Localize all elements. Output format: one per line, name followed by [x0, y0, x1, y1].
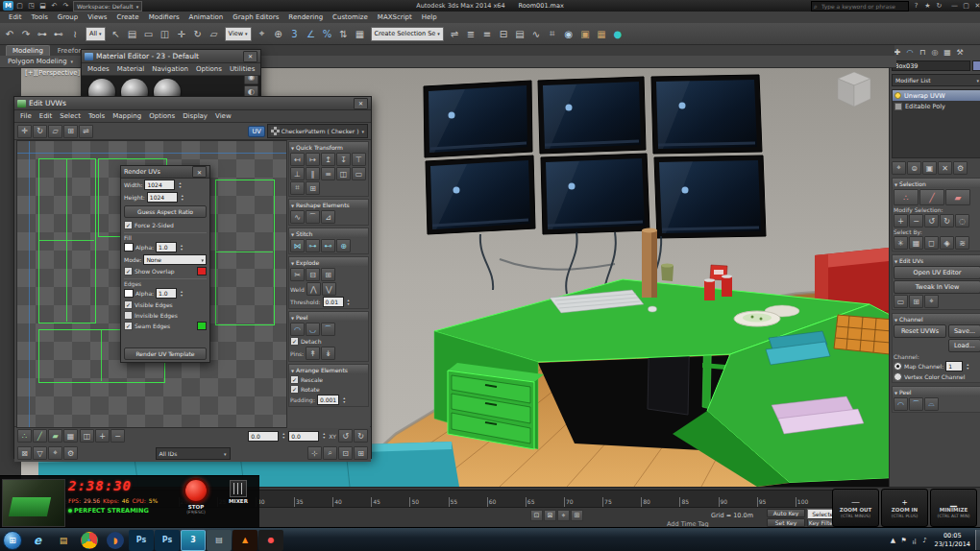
percent-snap-icon[interactable]: % [320, 26, 335, 41]
force-2-sided-checkbox[interactable] [124, 221, 133, 229]
uv-menu-7[interactable]: View [211, 112, 235, 120]
orange-crate[interactable] [834, 315, 889, 354]
unlink-selection-icon[interactable]: ⊷ [51, 26, 66, 41]
select-and-link-icon[interactable]: ⊶ [35, 26, 50, 41]
ring-selection-icon[interactable]: ↺ [924, 214, 939, 228]
align-to-edge-icon[interactable]: ◫ [336, 167, 351, 180]
media-player-icon[interactable]: ● [258, 530, 283, 551]
weld-threshold-spinner[interactable] [346, 299, 352, 306]
guess-aspect-ratio-button[interactable]: Guess Aspect Ratio [124, 205, 207, 218]
modify-tab-icon[interactable]: ◠ [904, 46, 916, 58]
peel-mode-icon[interactable]: ◡ [306, 323, 320, 336]
curve-editor-icon[interactable]: ∿ [528, 26, 544, 41]
select-and-scale-icon[interactable]: ▱ [207, 26, 222, 41]
v-coordinate-field[interactable]: 0.0 [288, 431, 319, 442]
rotate-90-ccw-icon[interactable]: ↺ [338, 429, 353, 443]
seam-edges-checkbox[interactable] [124, 322, 133, 330]
material-menu-1[interactable]: Material [113, 65, 148, 73]
minimize-window-icon[interactable]: — [949, 1, 960, 11]
pin-stack-icon[interactable]: ⌖ [892, 161, 906, 175]
quick-peel-icon[interactable]: ◠ [290, 323, 305, 336]
menu-item-11[interactable]: Help [417, 13, 442, 21]
select-object-icon[interactable]: ↖ [109, 26, 124, 41]
menu-item-10[interactable]: MAXScript [373, 13, 417, 21]
menu-item-6[interactable]: Animation [184, 13, 229, 21]
redo-icon[interactable]: ↷ [61, 1, 71, 11]
menu-item-3[interactable]: Views [83, 13, 111, 21]
rollout-explode-header[interactable]: Explode [289, 257, 368, 267]
mirror-icon[interactable]: ⇌ [79, 125, 93, 138]
rollout-quick-transform-header[interactable]: Quick Transform [289, 142, 368, 152]
edge-alpha-field[interactable]: 1.0 [156, 288, 177, 299]
scale-icon[interactable]: ▱ [48, 125, 62, 138]
window-crossing-icon[interactable]: ◫ [158, 26, 173, 41]
uv-coordinates-chip[interactable]: UV [248, 126, 264, 137]
select-and-rotate-icon[interactable]: ↻ [190, 26, 206, 41]
menu-item-2[interactable]: Group [53, 13, 83, 21]
uv-menu-6[interactable]: Display [179, 112, 211, 120]
render-uvs-titlebar[interactable]: Render UVs [121, 166, 209, 179]
lock-selection-icon[interactable]: ⊠ [17, 446, 32, 460]
selection-lock-icon[interactable]: ⊠ [544, 510, 556, 521]
quick-planar-map-icon[interactable]: ▭ [894, 295, 908, 308]
planar-angle-icon[interactable]: ▦ [909, 236, 923, 250]
grow-selection-icon[interactable]: + [894, 214, 908, 228]
wall-monitor[interactable] [651, 75, 762, 154]
uv-island[interactable] [215, 180, 275, 325]
network-icon[interactable]: ⣴ [910, 535, 919, 546]
rollout-channel-header[interactable]: Channel [893, 314, 980, 323]
vertex-subobject-icon[interactable]: ∴ [17, 429, 32, 443]
mirror-icon[interactable]: ⇌ [447, 26, 462, 41]
rotate-checkbox[interactable] [290, 385, 299, 394]
action-center-icon[interactable]: ⚑ [899, 535, 909, 546]
show-end-result-icon[interactable]: ⊜ [907, 161, 921, 175]
element-toggle-icon[interactable]: ▦ [63, 429, 78, 443]
show-desktop-button[interactable] [975, 530, 980, 550]
u-coordinate-field[interactable]: 0.0 [248, 431, 279, 442]
angle-snap-icon[interactable]: ∠ [304, 26, 319, 41]
zoom-extents-icon[interactable]: ⊞ [354, 446, 368, 460]
shrink-selection-icon[interactable]: − [909, 214, 923, 228]
remove-modifier-icon[interactable]: ✕ [938, 161, 952, 175]
make-planar-icon[interactable]: ⊿ [321, 210, 335, 224]
menu-item-0[interactable]: Edit [4, 13, 27, 21]
photoshop-icon[interactable]: Ps [155, 530, 180, 551]
schematic-view-icon[interactable]: ⌗ [545, 26, 560, 41]
select-and-move-icon[interactable]: ✛ [174, 26, 189, 41]
mixer-button[interactable]: MIXER [221, 480, 256, 504]
wall-monitor[interactable] [654, 156, 766, 238]
edit-uvws-titlebar[interactable]: Edit UVWs [14, 97, 371, 110]
edge-subobject-icon[interactable]: ╱ [33, 429, 47, 443]
stitch-to-target-icon[interactable]: ⊷ [321, 239, 335, 252]
uv-menu-1[interactable]: Edit [36, 112, 57, 120]
redo-icon[interactable]: ↷ [18, 26, 34, 41]
named-selection-set-field[interactable]: Create Selection Se [371, 27, 444, 41]
reset-uvws-button[interactable]: Reset UVWs [894, 324, 946, 338]
target-weld-icon[interactable]: ⋁ [322, 282, 336, 296]
favorites-icon[interactable]: ★ [922, 1, 933, 11]
selection-filter-dropdown[interactable]: All [86, 27, 106, 41]
grow-selection-icon[interactable]: + [95, 429, 110, 443]
stop-recording-button[interactable]: STOP (F9/ESC) [175, 478, 217, 515]
zoom-icon[interactable]: ⌕ [323, 446, 337, 460]
modifier-editable-poly[interactable]: Editable Poly [893, 101, 980, 111]
rollout-reshape-header[interactable]: Reshape Elements [289, 200, 368, 209]
ie-icon[interactable]: e [25, 530, 50, 551]
material-menu-0[interactable]: Modes [84, 65, 113, 73]
break-icon[interactable]: ✂ [290, 268, 305, 281]
pan-icon[interactable]: ⊹ [307, 446, 322, 460]
xy-axis-label[interactable]: XY [329, 433, 336, 440]
linear-align-v-icon[interactable]: ⊥ [290, 167, 305, 180]
close-icon[interactable] [354, 98, 368, 109]
spinner-snap-icon[interactable]: ⇅ [336, 26, 352, 41]
rectangle-align-icon[interactable]: ▭ [352, 167, 366, 180]
modifier-enable-icon[interactable] [894, 92, 901, 99]
map-channel-radio[interactable] [894, 362, 902, 371]
material-menu-2[interactable]: Navigation [148, 65, 192, 73]
rollout-arrange-header[interactable]: Arrange Elements [289, 365, 368, 374]
rollout-peel-header[interactable]: Peel [893, 387, 980, 396]
zoom-out-button[interactable]: ZOOM OUT (CTRL MINUS) [832, 489, 879, 527]
ribbon-toggle-icon[interactable]: ▤ [512, 26, 527, 41]
restore-window-icon[interactable]: ▢ [961, 1, 971, 11]
weld-selected-icon[interactable]: ⋀ [306, 282, 321, 296]
